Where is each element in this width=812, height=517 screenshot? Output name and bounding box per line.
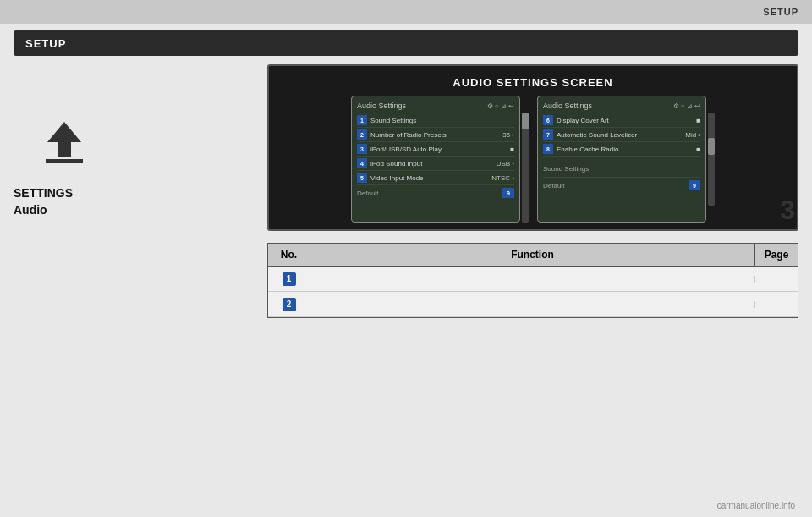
row1-page-cell (755, 276, 798, 283)
screens-row: Audio Settings ⚙ ○ ⊿ ↩ 1 Sound Settings … (276, 96, 790, 223)
row2-no-cell: 2 (268, 294, 310, 315)
right-panel: AUDIO SETTINGS SCREEN Audio Settings ⚙ ○… (267, 64, 798, 504)
table-row-1: 1 (268, 267, 798, 292)
audio-screen-title: AUDIO SETTINGS SCREEN (276, 73, 790, 96)
col-no-header: No. (268, 244, 310, 266)
screen1-row-4: 4 iPod Sound Input USB › (357, 157, 514, 171)
screen2-header: Audio Settings ⚙ ○ ⊿ ↩ (543, 102, 700, 110)
screen1-num-3: 3 (357, 144, 367, 154)
screen2-row-8: 8 Enable Cache Radio ■ (543, 142, 700, 157)
screen1-num-4: 4 (357, 158, 367, 168)
screen2-label-8: Enable Cache Radio (557, 146, 696, 153)
svg-marker-1 (47, 122, 81, 157)
row1-no-cell: 1 (268, 269, 310, 289)
screen1-label-5: Video Input Mode (370, 174, 491, 182)
top-bar: SETUP (0, 0, 812, 24)
screen2-label-7: Automatic Sound Levelizer (557, 131, 685, 139)
screen1-num-2: 2 (357, 129, 367, 140)
screen1-label-2: Number of Radio Presets (370, 131, 502, 139)
screen2-default-row: Default 9 (543, 178, 700, 193)
settings-sublabel: Audio (14, 203, 267, 217)
screen1-row-3: 3 iPod/USB/SD Auto Play ■ (357, 142, 514, 157)
main-content: SETTINGS Audio AUDIO SETTINGS SCREEN Aud… (0, 64, 812, 504)
screen1-num-5: 5 (357, 173, 367, 183)
screen1-row-2: 2 Number of Radio Presets 36 › (357, 128, 514, 142)
row1-function-cell (310, 276, 755, 283)
row1-badge: 1 (283, 272, 296, 286)
screen1-scroll-thumb (522, 113, 529, 129)
row2-badge: 2 (283, 298, 296, 311)
screen1-num-1: 1 (357, 115, 367, 125)
screen1-default-row: Default 9 (357, 185, 514, 201)
svg-rect-2 (46, 159, 83, 163)
audio-screen-box: AUDIO SETTINGS SCREEN Audio Settings ⚙ ○… (267, 64, 798, 231)
screen2-val-8: ■ (696, 146, 700, 153)
screen2-row-7: 7 Automatic Sound Levelizer Mid › (543, 128, 700, 142)
screen2-title: Audio Settings (543, 102, 592, 110)
screen2-icons: ⚙ ○ ⊿ ↩ (673, 102, 701, 110)
screen2-val-6: ■ (696, 117, 700, 124)
screen2-row-6: 6 Display Cover Art ■ (543, 113, 700, 128)
row2-page-cell (755, 301, 798, 308)
left-panel: SETTINGS Audio (14, 64, 267, 504)
setup-header: SETUP (14, 30, 798, 56)
screen1-header: Audio Settings ⚙ ○ ⊿ ↩ (357, 102, 514, 110)
screen1-label-3: iPod/USB/SD Auto Play (370, 146, 510, 153)
screen1-val-4: USB › (497, 160, 514, 168)
function-table: No. Function Page 1 2 (267, 243, 798, 318)
screen2-num-6: 6 (543, 115, 553, 125)
screen1-default-num: 9 (502, 188, 514, 198)
screen2-scrollbar[interactable] (708, 113, 715, 206)
screen1-scrollbar[interactable] (522, 113, 529, 223)
screen2-val-7: Mid › (685, 131, 700, 139)
screen1-row-5: 5 Video Input Mode NTSC › (357, 171, 514, 185)
screen2-num-7: 7 (543, 129, 553, 140)
screen1-title: Audio Settings (357, 102, 406, 110)
settings-label: SETTINGS (14, 186, 267, 200)
watermark: carmanualonline.info (717, 501, 795, 510)
screen1-label-1: Sound Settings (370, 117, 514, 124)
col-function-header: Function (310, 244, 755, 266)
device-screen-1: Audio Settings ⚙ ○ ⊿ ↩ 1 Sound Settings … (351, 96, 520, 223)
table-row-2: 2 (268, 292, 798, 317)
screen2-default-num: 9 (689, 180, 700, 190)
screen1-icons: ⚙ ○ ⊿ ↩ (487, 102, 515, 110)
table-header: No. Function Page (268, 244, 798, 267)
screen1-row-1: 1 Sound Settings (357, 113, 514, 128)
top-bar-label: SETUP (763, 7, 798, 17)
page-number: 3 (780, 195, 795, 226)
screen1-val-3: ■ (510, 146, 514, 153)
screen1-val-5: NTSC › (491, 174, 514, 182)
setup-header-label: SETUP (25, 37, 66, 50)
screen1-val-2: 36 › (502, 131, 514, 139)
screen2-sub-label: Sound Settings (543, 165, 589, 173)
screen2-default-label: Default (543, 182, 564, 190)
screen2-scroll-thumb (708, 138, 715, 155)
settings-icon (39, 115, 90, 166)
screen1-default-label: Default (357, 190, 378, 197)
row2-function-cell (310, 301, 755, 308)
screen2-label-6: Display Cover Art (557, 117, 696, 124)
device-screen-2: Audio Settings ⚙ ○ ⊿ ↩ 6 Display Cover A… (537, 96, 706, 223)
screen2-num-8: 8 (543, 144, 553, 154)
screen1-label-4: iPod Sound Input (370, 160, 497, 168)
col-page-header: Page (755, 244, 798, 266)
